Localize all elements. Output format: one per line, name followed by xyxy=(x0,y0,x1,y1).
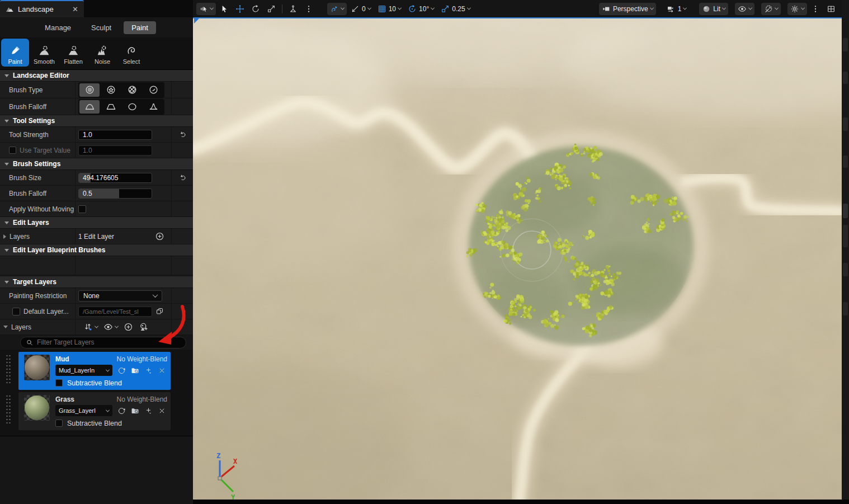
viewport-settings-dropdown[interactable] xyxy=(787,3,807,15)
section-landscape-editor[interactable]: Landscape Editor xyxy=(0,70,193,82)
delete-layer-icon[interactable] xyxy=(158,366,166,375)
chevron-down-icon xyxy=(650,6,654,10)
tool-flatten-button[interactable]: Flatten xyxy=(59,39,87,67)
use-selected-asset-icon[interactable] xyxy=(117,366,126,375)
drag-handle[interactable] xyxy=(6,354,11,383)
add-target-layer-icon[interactable] xyxy=(124,322,133,332)
viewport-options-menu[interactable] xyxy=(808,3,823,15)
move-tool-button[interactable] xyxy=(233,3,247,15)
fill-layer-icon[interactable] xyxy=(144,366,153,375)
chevron-down-icon xyxy=(115,324,119,328)
drag-handle[interactable] xyxy=(6,394,11,423)
subtractive-blend-checkbox[interactable] xyxy=(55,379,63,387)
brush-type-component[interactable] xyxy=(143,83,163,97)
default-layer-label: Default Layer... xyxy=(23,308,69,315)
brush-falloff-input[interactable]: 0.5 xyxy=(78,189,152,199)
brush-type-pattern[interactable] xyxy=(122,83,142,97)
subtractive-blend-checkbox[interactable] xyxy=(55,420,63,427)
collapse-arrow-icon xyxy=(4,163,9,166)
tab-landscape[interactable]: Landscape ✕ xyxy=(0,0,84,17)
selection-mode-dropdown[interactable] xyxy=(196,3,216,15)
rotation-snap-dropdown[interactable]: 10° xyxy=(405,3,437,15)
scale-tool-button[interactable] xyxy=(264,3,279,15)
camera-perspective-dropdown[interactable]: Perspective xyxy=(599,3,656,15)
surface-snapping-dropdown[interactable] xyxy=(327,3,347,15)
use-selected-asset-icon[interactable] xyxy=(117,407,126,415)
layer-visibility-dropdown[interactable] xyxy=(103,322,118,332)
location-grid-snap-toggle[interactable]: 0 xyxy=(348,3,374,15)
filter-target-layers-input[interactable] xyxy=(37,338,180,346)
rotate-icon xyxy=(251,4,260,13)
brush-type-alpha[interactable] xyxy=(101,83,121,97)
camera-speed-dropdown[interactable]: 1 xyxy=(664,3,690,15)
browse-to-asset-icon[interactable] xyxy=(131,407,139,415)
section-brush-settings[interactable]: Brush Settings xyxy=(0,158,193,170)
add-edit-layer-icon[interactable] xyxy=(155,232,164,241)
kebab-menu-icon xyxy=(811,4,820,13)
painting-restriction-dropdown[interactable]: None xyxy=(78,290,162,302)
mode-tabs: Manage Sculpt Paint xyxy=(0,17,193,37)
collapse-arrow-icon xyxy=(4,120,9,123)
tab-sculpt[interactable]: Sculpt xyxy=(83,21,119,34)
select-tool-button[interactable] xyxy=(217,3,232,15)
layer-name: Mud xyxy=(55,355,69,363)
section-blueprint-brushes[interactable]: Edit Layer Blueprint Brushes xyxy=(0,244,193,256)
scale-snap-dropdown[interactable]: 0.25 xyxy=(438,3,473,15)
layer-card-grass[interactable]: Grass No Weight-Blend Grass_LayerI xyxy=(18,392,171,430)
use-target-value-label: Use Target Value xyxy=(20,147,70,154)
layer-info-dropdown[interactable]: Mud_LayerIn xyxy=(55,365,112,376)
layer-thumbnail-grass[interactable] xyxy=(24,395,50,421)
close-icon[interactable]: ✕ xyxy=(72,5,78,13)
fill-layer-icon[interactable] xyxy=(144,407,153,415)
camera-label: Perspective xyxy=(613,5,648,13)
preview-effects-dropdown[interactable] xyxy=(761,3,781,15)
filter-target-layers-box[interactable] xyxy=(20,337,186,348)
section-tool-settings[interactable]: Tool Settings xyxy=(0,115,193,127)
viewport-layout-button[interactable] xyxy=(824,3,838,15)
use-target-value-checkbox[interactable] xyxy=(9,147,16,154)
expand-arrow-icon[interactable] xyxy=(3,234,6,239)
toolbar-overflow-menu[interactable] xyxy=(301,3,316,15)
section-target-layers[interactable]: Target Layers xyxy=(0,276,193,288)
tool-label: Select xyxy=(123,58,140,65)
show-flags-dropdown[interactable] xyxy=(735,3,754,15)
falloff-sphere[interactable] xyxy=(122,100,142,114)
layer-thumbnail-mud[interactable] xyxy=(24,355,50,380)
transform-gizmo-coordinate-button[interactable] xyxy=(286,3,300,15)
reset-to-default-icon[interactable] xyxy=(178,130,187,139)
sort-layers-dropdown[interactable] xyxy=(83,322,98,332)
falloff-linear[interactable] xyxy=(101,100,121,114)
right-dock-strip[interactable] xyxy=(842,0,849,500)
rotate-tool-button[interactable] xyxy=(248,3,263,15)
tab-paint[interactable]: Paint xyxy=(124,21,156,34)
view-mode-dropdown[interactable]: Lit xyxy=(699,3,728,15)
layer-info-dropdown[interactable]: Grass_LayerI xyxy=(55,405,112,416)
default-layer-path-input: /Game/Level/Test_sl xyxy=(78,307,152,317)
rotation-snap-value: 10° xyxy=(419,5,429,13)
falloff-smooth[interactable] xyxy=(79,100,100,114)
falloff-tip[interactable] xyxy=(143,100,163,114)
create-layers-from-material-icon[interactable] xyxy=(139,322,149,332)
apply-without-moving-checkbox[interactable] xyxy=(78,205,86,213)
tool-paint-button[interactable]: Paint xyxy=(1,39,29,67)
brush-size-input[interactable]: 494.176605 xyxy=(78,173,152,183)
viewport-3d[interactable]: Z X Y xyxy=(193,18,842,500)
brush-type-circle[interactable] xyxy=(79,83,100,97)
tool-noise-button[interactable]: Noise xyxy=(88,39,116,67)
default-layer-checkbox[interactable] xyxy=(12,308,20,315)
tab-manage[interactable]: Manage xyxy=(37,21,79,34)
reset-to-default-icon[interactable] xyxy=(178,173,187,182)
browse-to-asset-icon[interactable] xyxy=(131,366,139,375)
edit-layers-row: Layers 1 Edit Layer xyxy=(0,229,193,244)
tool-smooth-button[interactable]: Smooth xyxy=(30,39,58,67)
brush-size-row: Brush Size 494.176605 xyxy=(0,170,193,186)
brush-falloff-options xyxy=(78,99,164,115)
chevron-down-icon xyxy=(683,6,687,10)
layer-card-mud[interactable]: Mud No Weight-Blend Mud_LayerIn xyxy=(18,352,171,390)
asset-picker-icon[interactable] xyxy=(155,307,164,315)
delete-layer-icon[interactable] xyxy=(158,407,166,415)
grid-snap-size-dropdown[interactable]: 10 xyxy=(375,3,404,15)
section-edit-layers[interactable]: Edit Layers xyxy=(0,217,193,229)
tool-select-button[interactable]: Select xyxy=(117,39,145,67)
tool-strength-input[interactable]: 1.0 xyxy=(78,130,152,140)
